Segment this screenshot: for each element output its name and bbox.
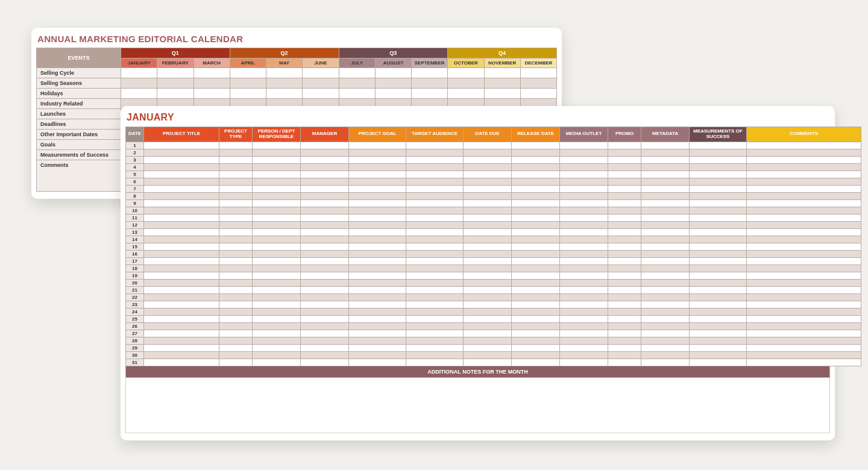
detail-cell[interactable] [512, 250, 560, 257]
detail-cell[interactable] [301, 293, 349, 301]
detail-cell[interactable] [349, 163, 406, 171]
detail-cell[interactable] [253, 344, 301, 351]
detail-cell[interactable] [464, 359, 512, 366]
detail-cell[interactable] [512, 330, 560, 337]
detail-cell[interactable] [747, 359, 861, 366]
detail-cell[interactable] [349, 301, 406, 308]
detail-cell[interactable] [560, 207, 608, 214]
detail-cell[interactable] [641, 257, 690, 265]
detail-cell[interactable] [349, 236, 406, 243]
detail-cell[interactable] [560, 272, 608, 279]
detail-cell[interactable] [641, 351, 690, 359]
detail-cell[interactable] [464, 337, 512, 344]
annual-cell[interactable] [193, 78, 230, 89]
detail-cell[interactable] [608, 192, 641, 199]
detail-cell[interactable] [641, 322, 690, 330]
detail-cell[interactable] [608, 308, 641, 315]
annual-cell[interactable] [375, 78, 411, 89]
detail-cell[interactable] [219, 228, 253, 236]
detail-cell[interactable] [641, 265, 690, 272]
detail-cell[interactable] [512, 308, 560, 315]
detail-cell[interactable] [406, 207, 464, 214]
detail-cell[interactable] [747, 286, 861, 293]
detail-cell[interactable] [144, 359, 219, 366]
detail-cell[interactable] [560, 171, 608, 178]
detail-cell[interactable] [406, 359, 464, 366]
detail-cell[interactable] [253, 207, 301, 214]
detail-cell[interactable] [144, 286, 219, 293]
detail-cell[interactable] [219, 359, 253, 366]
detail-cell[interactable] [690, 250, 747, 257]
detail-cell[interactable] [349, 322, 406, 330]
detail-cell[interactable] [560, 192, 608, 199]
detail-cell[interactable] [144, 344, 219, 351]
detail-cell[interactable] [608, 293, 641, 301]
detail-cell[interactable] [690, 149, 747, 156]
detail-cell[interactable] [253, 156, 301, 163]
detail-cell[interactable] [144, 250, 219, 257]
detail-cell[interactable] [512, 149, 560, 156]
detail-cell[interactable] [219, 301, 253, 308]
detail-cell[interactable] [301, 322, 349, 330]
detail-cell[interactable] [301, 243, 349, 250]
annual-cell[interactable] [266, 89, 303, 99]
detail-cell[interactable] [253, 199, 301, 207]
annual-cell[interactable] [121, 68, 157, 78]
detail-cell[interactable] [512, 293, 560, 301]
detail-cell[interactable] [144, 142, 219, 149]
detail-cell[interactable] [747, 236, 861, 243]
detail-cell[interactable] [690, 142, 747, 149]
detail-cell[interactable] [747, 156, 861, 163]
detail-cell[interactable] [608, 344, 641, 351]
detail-cell[interactable] [641, 293, 690, 301]
detail-cell[interactable] [560, 156, 608, 163]
detail-cell[interactable] [219, 214, 253, 221]
detail-cell[interactable] [406, 322, 464, 330]
detail-cell[interactable] [560, 178, 608, 185]
detail-cell[interactable] [690, 156, 747, 163]
detail-cell[interactable] [253, 272, 301, 279]
detail-cell[interactable] [641, 279, 690, 286]
detail-cell[interactable] [690, 301, 747, 308]
detail-cell[interactable] [349, 359, 406, 366]
detail-cell[interactable] [253, 243, 301, 250]
detail-cell[interactable] [349, 272, 406, 279]
detail-cell[interactable] [608, 236, 641, 243]
detail-cell[interactable] [219, 293, 253, 301]
detail-cell[interactable] [641, 236, 690, 243]
detail-cell[interactable] [690, 286, 747, 293]
detail-cell[interactable] [560, 236, 608, 243]
detail-cell[interactable] [349, 279, 406, 286]
detail-cell[interactable] [641, 156, 690, 163]
detail-cell[interactable] [349, 337, 406, 344]
detail-cell[interactable] [219, 185, 253, 192]
detail-cell[interactable] [690, 279, 747, 286]
detail-cell[interactable] [219, 257, 253, 265]
detail-cell[interactable] [464, 171, 512, 178]
detail-cell[interactable] [641, 178, 690, 185]
detail-cell[interactable] [301, 214, 349, 221]
detail-cell[interactable] [144, 315, 219, 322]
detail-cell[interactable] [690, 192, 747, 199]
annual-cell[interactable] [303, 89, 339, 99]
detail-cell[interactable] [301, 301, 349, 308]
detail-cell[interactable] [512, 257, 560, 265]
detail-cell[interactable] [560, 344, 608, 351]
detail-cell[interactable] [253, 228, 301, 236]
detail-cell[interactable] [747, 250, 861, 257]
annual-cell[interactable] [484, 89, 520, 99]
detail-cell[interactable] [406, 308, 464, 315]
detail-cell[interactable] [608, 351, 641, 359]
detail-cell[interactable] [219, 265, 253, 272]
detail-cell[interactable] [144, 163, 219, 171]
detail-cell[interactable] [641, 163, 690, 171]
detail-cell[interactable] [406, 142, 464, 149]
annual-cell[interactable] [375, 89, 411, 99]
detail-cell[interactable] [560, 315, 608, 322]
detail-cell[interactable] [608, 330, 641, 337]
detail-cell[interactable] [349, 293, 406, 301]
detail-cell[interactable] [512, 351, 560, 359]
detail-cell[interactable] [560, 301, 608, 308]
detail-cell[interactable] [219, 171, 253, 178]
detail-cell[interactable] [747, 265, 861, 272]
